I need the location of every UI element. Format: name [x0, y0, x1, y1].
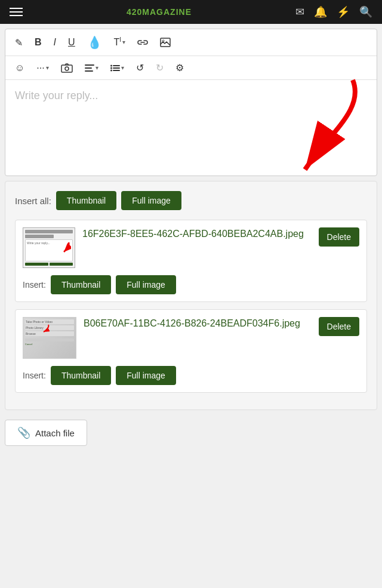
attachment-filename-2: B06E70AF-11BC-4126-B826-24BEADF034F6.jpe… [84, 317, 312, 330]
attachment-info-1: 16F26E3F-8EE5-462C-AFBD-640BEBA2C4AB.jpe… [82, 227, 312, 241]
svg-point-9 [110, 67, 112, 69]
italic-button[interactable]: I [49, 35, 61, 50]
attach-file-section: 📎 Attach file [5, 415, 377, 451]
attachment-filename-1: 16F26E3F-8EE5-462C-AFBD-640BEBA2C4AB.jpe… [82, 227, 312, 241]
attachment-thumbnail-2: Take Photo or Video Photo Library Browse… [23, 317, 76, 359]
color-button[interactable]: 💧 [82, 33, 107, 52]
insert-all-label: Insert all: [15, 196, 51, 206]
svg-rect-10 [113, 67, 120, 69]
insert-thumbnail-button-1[interactable]: Thumbnail [51, 275, 111, 294]
settings-button[interactable]: ⚙ [171, 60, 189, 76]
nav-icon-group: ✉ 🔔 ⚡ 🔍 [295, 5, 372, 19]
paperclip-icon: 📎 [17, 426, 30, 439]
svg-point-3 [65, 67, 69, 70]
align-button[interactable]: ▾ [80, 62, 103, 74]
insert-full-image-button-1[interactable]: Full image [116, 275, 176, 294]
delete-button-1[interactable]: Delete [319, 227, 359, 247]
editor-container: ✎ B I U 💧 TI ▾ ☺ ···▾ [5, 29, 377, 176]
lightning-icon[interactable]: ⚡ [337, 5, 350, 19]
attachment-info-2: B06E70AF-11BC-4126-B826-24BEADF034F6.jpe… [84, 317, 312, 330]
insert-label-2: Insert: [23, 371, 46, 380]
insert-row-2: Insert: Thumbnail Full image [23, 366, 359, 385]
svg-rect-12 [113, 70, 120, 71]
reply-placeholder: Write your reply... [15, 90, 367, 102]
attachment-header-1: Write your reply... [23, 227, 359, 268]
svg-rect-2 [61, 65, 72, 72]
svg-rect-5 [85, 67, 92, 69]
insert-row-1: Insert: Thumbnail Full image [23, 275, 359, 294]
list-button[interactable]: ▾ [106, 62, 129, 74]
camera-button[interactable] [56, 61, 78, 75]
reply-text-area[interactable]: Write your reply... [5, 80, 377, 176]
svg-rect-8 [113, 65, 120, 66]
search-icon[interactable]: 🔍 [359, 5, 372, 19]
attachments-section: Insert all: Thumbnail Full image Write y… [5, 181, 377, 410]
attach-file-label: Attach file [35, 428, 75, 438]
link-button[interactable] [133, 36, 153, 48]
bell-icon[interactable]: 🔔 [314, 5, 327, 19]
attachment-header-2: Take Photo or Video Photo Library Browse… [23, 317, 359, 359]
attachment-item-2: Take Photo or Video Photo Library Browse… [15, 309, 367, 393]
delete-button-2[interactable]: Delete [319, 317, 359, 336]
insert-thumbnail-button-2[interactable]: Thumbnail [51, 366, 111, 385]
redo-button[interactable]: ↻ [151, 60, 168, 76]
svg-point-7 [110, 64, 112, 66]
insert-image-button[interactable] [155, 35, 175, 50]
envelope-icon[interactable]: ✉ [295, 5, 304, 19]
hamburger-menu[interactable] [10, 8, 23, 16]
undo-button[interactable]: ↺ [131, 60, 149, 76]
insert-all-full-image-button[interactable]: Full image [121, 191, 181, 210]
svg-point-11 [110, 69, 112, 71]
underline-button[interactable]: U [63, 35, 80, 50]
emoji-button[interactable]: ☺ [10, 60, 29, 76]
pen-tool-button[interactable]: ✎ [10, 35, 27, 51]
top-navigation: 420MAGAZINE ✉ 🔔 ⚡ 🔍 [0, 0, 382, 24]
svg-rect-6 [85, 70, 93, 72]
insert-all-thumbnail-button[interactable]: Thumbnail [56, 191, 116, 210]
svg-rect-4 [85, 64, 94, 66]
attach-file-button[interactable]: 📎 Attach file [5, 420, 87, 446]
insert-label-1: Insert: [23, 280, 46, 290]
toolbar-row-1: ✎ B I U 💧 TI ▾ [5, 29, 377, 56]
font-size-button[interactable]: TI ▾ [109, 34, 131, 50]
insert-full-image-button-2[interactable]: Full image [116, 366, 176, 385]
more-button[interactable]: ···▾ [32, 60, 53, 76]
attachment-thumbnail-1: Write your reply... [23, 227, 75, 268]
attachment-item: Write your reply... [15, 220, 367, 302]
toolbar-row-2: ☺ ···▾ ▾ [5, 56, 377, 80]
site-logo: 420MAGAZINE [127, 7, 192, 17]
bold-button[interactable]: B [30, 35, 47, 50]
insert-all-row: Insert all: Thumbnail Full image [15, 191, 367, 210]
